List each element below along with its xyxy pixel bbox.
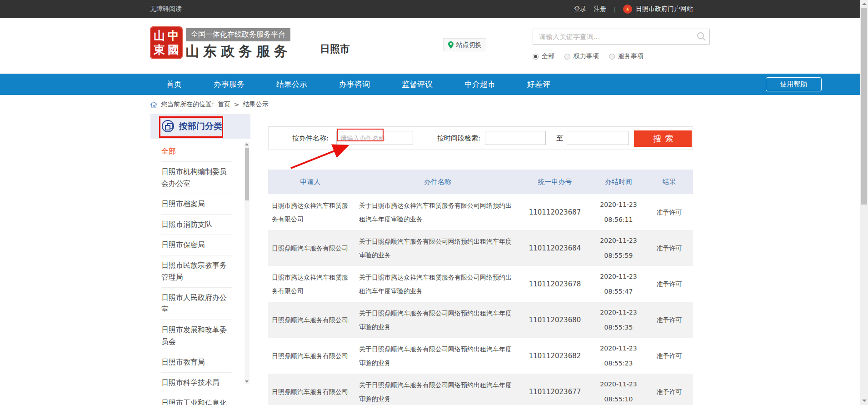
column-header: 办结时间 xyxy=(592,175,645,190)
cell-apply-number: 110112023678 xyxy=(518,277,592,291)
cell-matter-name: 关于日照鼎顺汽车服务有限公司网络预约出租汽车年度审验的业务 xyxy=(354,231,518,265)
header-search xyxy=(533,29,710,45)
sidebar-department-item[interactable]: 日照市消防支队 xyxy=(161,215,232,235)
cell-apply-number: 110112023677 xyxy=(518,385,592,399)
cell-matter-name: 关于日照鼎顺汽车服务有限公司网络预约出租汽车年度审验的业务 xyxy=(354,339,518,373)
breadcrumb-prefix: 您当前所在的位置: xyxy=(161,100,214,109)
portal-link[interactable]: 日照市政府门户网站 xyxy=(623,5,693,14)
nav-item[interactable]: 好差评 xyxy=(527,79,550,90)
nav-item[interactable]: 中介超市 xyxy=(464,79,495,90)
filter-bar: 按办件名称: 按时间段检索: 至 搜索 xyxy=(268,126,693,150)
topbar-right: 登录 注册 | 日照市政府门户网站 xyxy=(574,0,693,18)
cell-applicant: 日照鼎顺汽车服务有限公司 xyxy=(268,238,354,259)
topbar-divider: | xyxy=(614,6,616,13)
finish-clock: 08:55:47 xyxy=(592,284,645,299)
radio-icon[interactable] xyxy=(609,54,615,60)
department-category-icon xyxy=(162,120,174,132)
breadcrumb-current: 结果公示 xyxy=(243,100,268,109)
nav-items: 首页办事服务结果公示办事咨询监督评议中介超市好差评 xyxy=(166,79,550,90)
column-header: 结果 xyxy=(645,178,693,186)
sidebar-department-item[interactable]: 日照市科学技术局 xyxy=(161,373,232,393)
page-scroll-up-icon[interactable] xyxy=(862,3,867,5)
nav-item[interactable]: 办事服务 xyxy=(214,79,244,90)
shandong-seal-logo: 山中東國 xyxy=(150,26,183,59)
city-name: 日照市 xyxy=(320,42,350,56)
help-button[interactable]: 使用帮助 xyxy=(766,77,822,91)
magnifier-icon[interactable] xyxy=(697,32,706,41)
cell-finish-time: 2020-11-2308:55:35 xyxy=(592,305,645,335)
cell-matter-name: 关于日照市腾达众祥汽车租赁服务有限公司网络预约出租汽车年度审验的业务 xyxy=(354,267,518,301)
breadcrumb-separator: > xyxy=(234,101,239,108)
cell-apply-number: 110112023684 xyxy=(518,241,592,255)
national-emblem-icon xyxy=(623,5,632,14)
sidebar-department-item[interactable]: 日照市档案局 xyxy=(161,194,232,215)
search-scope-option[interactable]: 全部 xyxy=(533,52,554,60)
time-start-input[interactable] xyxy=(485,131,546,145)
main-nav: 首页办事服务结果公示办事咨询监督评议中介超市好差评 使用帮助 xyxy=(0,74,860,95)
search-scope-option[interactable]: 权力事项 xyxy=(564,52,599,60)
radio-label: 全部 xyxy=(542,52,554,60)
radio-label: 权力事项 xyxy=(574,52,599,60)
sidebar-title: 按部门分类 xyxy=(179,120,222,132)
sidebar-scroll-down-icon[interactable] xyxy=(245,380,249,383)
login-link[interactable]: 登录 xyxy=(574,5,587,13)
matter-name-label: 按办件名称: xyxy=(292,134,329,143)
search-scope-option[interactable]: 服务事项 xyxy=(609,52,644,60)
finish-date: 2020-11-23 xyxy=(592,269,645,284)
finish-clock: 08:55:35 xyxy=(592,320,645,335)
results-table-body: 日照市腾达众祥汽车租赁服务有限公司关于日照市腾达众祥汽车租赁服务有限公司网络预约… xyxy=(268,194,693,405)
breadcrumb-home[interactable]: 首页 xyxy=(218,100,230,109)
header: 山中東國 全国一体化在线政务服务平台 山东政务服务 日照市 站点切换 全部权力事… xyxy=(0,18,860,74)
site-switch-label: 站点切换 xyxy=(456,41,482,49)
page-scroll-thumb[interactable] xyxy=(861,8,867,205)
cell-result: 准予许可 xyxy=(645,277,693,291)
sidebar-department-item[interactable]: 日照市保密局 xyxy=(161,235,232,255)
time-end-input[interactable] xyxy=(567,131,629,145)
topbar: 无障碍阅读 登录 注册 | 日照市政府门户网站 xyxy=(0,0,860,18)
nav-item[interactable]: 监督评议 xyxy=(402,79,433,90)
cell-finish-time: 2020-11-2308:56:11 xyxy=(592,197,645,227)
keyword-search-input[interactable] xyxy=(533,29,710,45)
sidebar-department-item[interactable]: 日照市民族宗教事务管理局 xyxy=(161,255,232,288)
sidebar-department-item[interactable]: 全部 xyxy=(161,141,232,162)
sidebar-scrollbar[interactable] xyxy=(244,142,249,384)
register-link[interactable]: 注册 xyxy=(594,5,607,13)
cell-matter-name: 关于日照鼎顺汽车服务有限公司网络预约出租汽车年度审验的业务 xyxy=(354,303,518,337)
sidebar-department-item[interactable]: 日照市发展和改革委员会 xyxy=(161,320,232,352)
sidebar-department-item[interactable]: 日照市教育局 xyxy=(161,352,232,373)
accessibility-link[interactable]: 无障碍阅读 xyxy=(150,5,182,13)
nav-item[interactable]: 办事咨询 xyxy=(339,79,370,90)
sidebar-scroll-up-icon[interactable] xyxy=(245,143,249,145)
location-pin-icon xyxy=(448,41,454,49)
sidebar-department-item[interactable]: 日照市人民政府办公室 xyxy=(161,288,232,320)
cell-applicant: 日照鼎顺汽车服务有限公司 xyxy=(268,345,354,366)
page-scrollbar[interactable] xyxy=(860,0,868,405)
to-label: 至 xyxy=(556,134,563,143)
department-list: 全部日照市机构编制委员会办公室日照市档案局日照市消防支队日照市保密局日照市民族宗… xyxy=(150,141,250,405)
radio-icon[interactable] xyxy=(533,54,539,60)
sidebar-department-item[interactable]: 日照市机构编制委员会办公室 xyxy=(161,162,232,194)
finish-date: 2020-11-23 xyxy=(592,197,645,212)
cell-applicant: 日照市腾达众祥汽车租赁服务有限公司 xyxy=(268,267,354,301)
cell-result: 准予许可 xyxy=(645,349,693,363)
finish-clock: 08:55:23 xyxy=(592,356,645,371)
search-button[interactable]: 搜索 xyxy=(634,130,692,147)
cell-finish-time: 2020-11-2308:55:23 xyxy=(592,341,645,371)
cell-apply-number: 110112023680 xyxy=(518,313,592,327)
cell-result: 准予许可 xyxy=(645,385,693,399)
site-switch-button[interactable]: 站点切换 xyxy=(443,38,486,51)
seal-character: 東 xyxy=(154,44,165,55)
sidebar-department-item[interactable]: 日照市工业和信息化 xyxy=(161,393,232,405)
matter-name-input[interactable] xyxy=(336,131,413,145)
cell-applicant: 日照鼎顺汽车服务有限公司 xyxy=(268,310,354,330)
radio-icon[interactable] xyxy=(564,54,570,60)
nav-item[interactable]: 结果公示 xyxy=(276,79,307,90)
platform-label: 全国一体化在线政务服务平台 xyxy=(186,28,290,41)
finish-date: 2020-11-23 xyxy=(592,341,645,356)
sidebar-scroll-thumb[interactable] xyxy=(245,148,249,200)
cell-finish-time: 2020-11-2308:55:10 xyxy=(592,377,645,405)
page-scroll-down-icon[interactable] xyxy=(862,400,867,402)
finish-clock: 08:56:11 xyxy=(592,212,645,227)
cell-matter-name: 关于日照鼎顺汽车服务有限公司网络预约出租汽车年度审验的业务 xyxy=(354,375,518,405)
nav-item[interactable]: 首页 xyxy=(166,79,182,90)
